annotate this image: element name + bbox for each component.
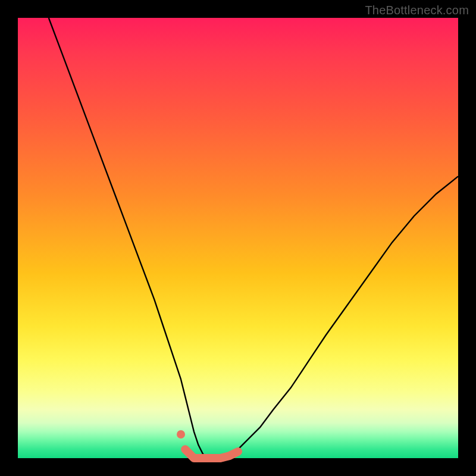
watermark-text: TheBottleneck.com bbox=[365, 4, 469, 17]
curve-svg bbox=[18, 18, 458, 458]
plot-area bbox=[18, 18, 458, 458]
bottleneck-curve bbox=[49, 18, 458, 458]
flat-minimum-markers bbox=[185, 449, 238, 458]
marker-dot bbox=[177, 430, 185, 439]
chart-frame: TheBottleneck.com bbox=[0, 0, 476, 476]
